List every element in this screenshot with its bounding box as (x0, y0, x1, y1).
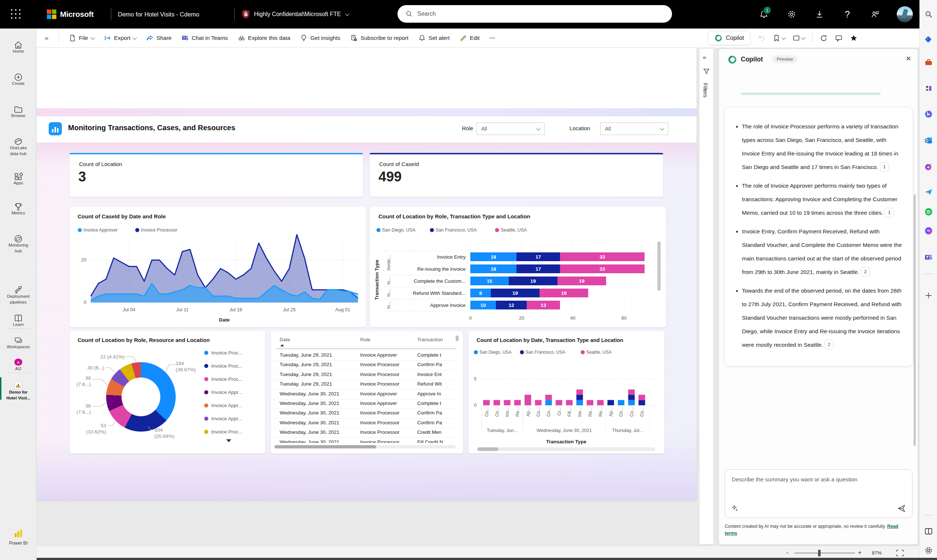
donut-chart-by-resource[interactable]: Count of Location by Role, Resource and … (69, 331, 265, 454)
table-vscroll-thumb[interactable] (456, 335, 459, 341)
zoom-in-button[interactable]: + (858, 549, 861, 556)
column-chart-by-date[interactable]: Count of Location by Date, Transaction T… (468, 331, 664, 454)
bar-segment[interactable] (566, 400, 572, 405)
comments-button[interactable] (835, 34, 843, 42)
edge-messenger-icon[interactable] (924, 226, 933, 235)
column-header-role[interactable]: Role (360, 337, 370, 342)
copilot-input[interactable]: Describe the summary you want or ask a q… (725, 469, 912, 518)
location-slicer-dropdown[interactable]: All (600, 123, 668, 135)
transactions-table[interactable]: DateRoleTransaction Tuesday, June 29, 20… (271, 331, 463, 454)
table-hscroll-thumb[interactable] (274, 445, 376, 448)
bookmarks-button[interactable] (773, 34, 785, 42)
download-button[interactable] (811, 0, 828, 29)
role-slicer-dropdown[interactable]: All (476, 123, 545, 135)
expand-pane-button[interactable]: » (45, 34, 49, 42)
edge-games-icon[interactable] (924, 83, 933, 93)
toolbar-item-get-insights[interactable]: Get insights (300, 34, 341, 42)
table-row[interactable]: Tuesday, June 29, 2021Invoice ProcessorI… (271, 370, 456, 380)
bar-segment[interactable] (483, 400, 490, 405)
sidebar-item-demo-for[interactable] (0, 381, 37, 390)
send-icon[interactable] (897, 504, 906, 513)
bar-segment[interactable] (493, 400, 500, 405)
bar-segment[interactable] (618, 400, 624, 405)
reset-button[interactable] (758, 34, 765, 42)
filters-pane-collapsed[interactable]: « Filters (700, 49, 714, 544)
edge-plane-icon[interactable] (924, 187, 933, 197)
copilot-scrollbar[interactable] (914, 194, 916, 446)
sidebar-item-workspaces[interactable] (0, 335, 37, 345)
edge-toolbox-icon[interactable] (924, 58, 933, 67)
table-row[interactable]: Tuesday, June 29, 2021Invoice ApproverCo… (271, 351, 456, 361)
edge-settings-icon[interactable] (924, 546, 933, 555)
bar-segment[interactable] (576, 400, 583, 405)
zoom-slider-track[interactable] (794, 553, 855, 554)
edge-designer-icon[interactable] (924, 162, 933, 172)
legend-item[interactable]: Invoice Proc... (204, 363, 243, 369)
help-button[interactable]: ? (839, 0, 856, 29)
edge-outlook-icon[interactable] (924, 136, 933, 145)
toolbar-item-file[interactable]: File (69, 34, 94, 42)
column-header-transaction[interactable]: Transaction (417, 337, 443, 342)
edge-shopping-icon[interactable] (924, 35, 933, 45)
view-button[interactable] (792, 34, 805, 42)
bar-segment[interactable] (546, 395, 552, 400)
edge-split-icon[interactable] (924, 527, 933, 536)
table-row[interactable]: Tuesday, June 29, 2021Invoice ProcessorC… (271, 360, 456, 370)
favorite-button[interactable] (850, 34, 858, 42)
column-header-date[interactable]: Date (280, 337, 290, 342)
fit-to-page-icon[interactable] (896, 549, 904, 557)
bar-segment[interactable] (639, 400, 645, 405)
sensitivity-label[interactable]: Highly Confidential\Microsoft FTE (242, 0, 349, 29)
legend-item[interactable]: Invoice Proc... (204, 350, 243, 355)
bar-segment[interactable] (628, 395, 635, 400)
bar-segment[interactable] (587, 400, 593, 405)
kpi-card-count-of-location[interactable]: Count of Location 3 (69, 153, 363, 197)
edge-spotify-icon[interactable] (924, 207, 933, 217)
legend-item[interactable]: Invoice Proc... (204, 376, 243, 382)
bar-segment[interactable] (597, 400, 604, 405)
table-row[interactable]: Wednesday, June 30, 2021Invoice Processo… (271, 438, 456, 443)
stacked-bar-chart-by-transaction-type[interactable]: Count of Location by Role, Transaction T… (370, 207, 666, 328)
waffle-menu-icon[interactable] (11, 9, 21, 19)
toolbar-item-edit[interactable]: Edit (460, 34, 480, 42)
legend-item[interactable]: Invoice Appr... (204, 403, 242, 408)
toolbar-item-chat-in-teams[interactable]: Chat in Teams (182, 34, 228, 42)
close-copilot-icon[interactable]: × (906, 54, 911, 64)
edge-plus-icon[interactable] (924, 291, 933, 300)
bar-segment[interactable] (639, 395, 645, 400)
notifications-button[interactable]: 1 (755, 0, 772, 29)
legend-item[interactable]: Invoice Appr... (204, 389, 242, 395)
toolbar-item-share[interactable]: Share (146, 34, 171, 42)
bar-segment[interactable] (514, 400, 521, 405)
user-avatar[interactable] (897, 6, 913, 22)
microsoft-logo[interactable]: Microsoft (47, 9, 94, 19)
toolbar-item-export[interactable]: Export (104, 34, 137, 42)
table-row[interactable]: Wednesday, June 30, 2021Invoice Processo… (271, 418, 456, 428)
edge-teams-icon[interactable] (924, 252, 933, 262)
citation-chip[interactable]: 1 (880, 162, 889, 172)
refresh-button[interactable] (820, 34, 828, 42)
bar-segment[interactable] (524, 395, 531, 405)
copilot-button[interactable]: Copilot (708, 31, 751, 45)
table-row[interactable]: Tuesday, June 29, 2021Invoice ProcessorR… (271, 380, 456, 389)
bar-segment[interactable] (607, 400, 614, 405)
feedback-button[interactable] (867, 0, 883, 29)
toolbar-more-button[interactable]: ··· (489, 35, 495, 42)
toolbar-item-subscribe-to-report[interactable]: Subscribe to report (350, 34, 408, 42)
legend-item[interactable]: Invoice Appr... (204, 416, 242, 422)
toolbar-item-explore-this-data[interactable]: Explore this data (238, 34, 290, 42)
area-chart-caseid-by-date[interactable]: Count of CaseId by Date and RoleInvoice … (69, 207, 366, 328)
bar-segment[interactable] (628, 400, 635, 405)
expand-filters-icon[interactable]: « (703, 54, 706, 61)
edge-bing-icon[interactable] (924, 109, 933, 119)
kpi-card-count-of-caseid[interactable]: Count of CaseId 499 (370, 153, 663, 197)
citation-chip[interactable]: 1 (885, 208, 894, 217)
bar-segment[interactable] (628, 389, 635, 395)
bar-segment[interactable] (535, 400, 542, 405)
table-row[interactable]: Wednesday, June 30, 2021Invoice Approver… (271, 389, 456, 399)
global-search-input[interactable]: Search (398, 5, 672, 23)
sidebar-item-ai2[interactable]: A (0, 357, 37, 367)
citation-chip[interactable]: 2 (861, 267, 870, 277)
legend-item[interactable]: Invoice Proc... (204, 429, 243, 435)
bar-segment[interactable] (576, 389, 583, 395)
